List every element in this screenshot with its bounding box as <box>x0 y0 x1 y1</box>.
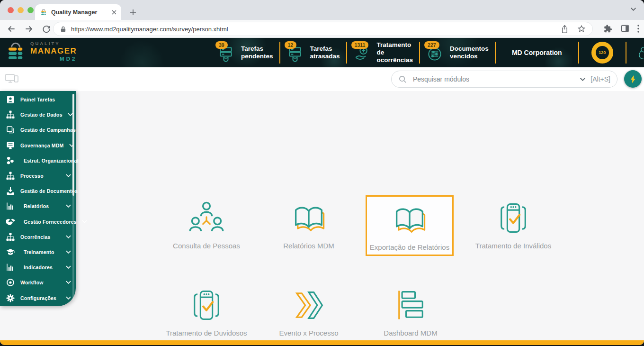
module-tile-tratamento-de-inva-lidos[interactable]: Tratamento de Inválidos <box>469 195 557 256</box>
browser-toolbar: https://www.md2qualitymanager.com/survey… <box>0 20 644 38</box>
module-label: Tratamento de Duvidosos <box>166 329 247 337</box>
module-grid: Consulta de Pessoas Relatórios MDM Expor… <box>0 91 644 340</box>
quick-action-button[interactable] <box>624 70 642 88</box>
sidebar-item-estrt-organizacional[interactable]: Estrut. Organizacional <box>0 153 76 168</box>
module-tile-tratamento-de-dvidosos[interactable]: Tratamento de Duvidosos <box>162 282 250 343</box>
progress-ring[interactable]: 120 <box>591 42 613 64</box>
module-label: Evento x Processo <box>279 329 338 337</box>
open-book-icon <box>391 200 429 238</box>
logo-text-md2: MD2 <box>30 56 77 62</box>
sidebar-item-worklow[interactable]: Workflow <box>0 275 76 290</box>
user-avatar-icon <box>637 46 644 60</box>
sidebar-scrollbar-thumb[interactable] <box>72 94 74 196</box>
sidebar-item-painel-tareas[interactable]: Painel Tarefas <box>0 92 76 107</box>
sidebar-item-ocorre-ncias[interactable]: Ocorrências <box>0 229 76 245</box>
graduation-cap-icon <box>6 247 15 257</box>
window-close-button[interactable] <box>8 7 14 13</box>
address-bar[interactable]: https://www.md2qualitymanager.com/survey… <box>53 22 593 36</box>
handshake-icon <box>6 217 15 227</box>
header-stats: 39 Tarefas pendentes 12 Tarefas atrasada… <box>211 38 644 67</box>
module-tile-evento-x-processo[interactable]: Evento x Processo <box>265 282 353 343</box>
sidebar-item-indicadores[interactable]: Indicadores <box>0 260 76 275</box>
stat-count-badge: 12 <box>285 41 297 49</box>
sidebar-item-gesta-o-ornecedores[interactable]: Gestão Fornecedores <box>0 214 76 229</box>
window-zoom-button[interactable] <box>27 7 34 13</box>
sidebar-item-processo[interactable]: Processo <box>0 168 76 183</box>
browser-tab[interactable]: Quality Manager <box>35 4 121 20</box>
sidebar-item-relato-rios[interactable]: Relatórios <box>0 199 76 214</box>
chevron-down-icon <box>82 220 87 224</box>
cards-check-icon <box>188 286 225 324</box>
bottom-accent-bar <box>0 340 644 345</box>
back-button[interactable] <box>7 24 16 34</box>
stat-count-badge: 39 <box>215 41 228 49</box>
header-stat-documentos-vencidos[interactable]: 227 Documentos vencidos <box>420 44 495 62</box>
module-label: Consulta de Pessoas <box>173 242 240 250</box>
sitemap-icon <box>6 171 15 181</box>
separator <box>578 42 579 64</box>
ring-value: 120 <box>599 50 606 55</box>
sidebar-item-conigrac-o-es[interactable]: Configurações <box>0 290 76 305</box>
user-menu[interactable]: Willian <box>626 46 644 60</box>
lightning-icon <box>628 74 638 84</box>
url-text[interactable]: https://www.md2qualitymanager.com/survey… <box>71 26 561 33</box>
app-header: QUALITY MANAGER MD2 39 Tarefas pendentes… <box>0 38 644 67</box>
header-stat-tarefas-pendentes[interactable]: 39 Tarefas pendentes <box>211 44 279 62</box>
module-tile-relato-rios-mdm[interactable]: Relatórios MDM <box>265 195 353 256</box>
header-stat-tratamento de-ocorrências[interactable]: 1311 Tratamento de ocorrências <box>347 41 420 64</box>
new-tab-button[interactable] <box>127 6 139 18</box>
search-shortcut-hint: [Alt+S] <box>590 75 610 83</box>
sidebar-item-governanc-a-mdm[interactable]: Governança MDM <box>0 138 76 153</box>
bar-chart-icon <box>6 201 15 211</box>
favicon <box>40 9 47 16</box>
tabstrip-chevron-icon[interactable] <box>630 7 636 11</box>
sitemap-icon <box>6 232 15 242</box>
lock-icon <box>60 26 66 33</box>
search-placeholder: Pesquisar módulos <box>413 75 469 83</box>
chevron-down-icon <box>66 250 71 254</box>
window-controls <box>8 7 34 13</box>
chevron-down-icon <box>66 204 71 208</box>
bookmark-star-icon[interactable] <box>577 25 586 33</box>
stat-count-badge: 1311 <box>351 41 369 49</box>
module-search-row: Pesquisar módulos [Alt+S] <box>0 67 644 91</box>
module-tile-conslta-de-pessoas[interactable]: Consulta de Pessoas <box>162 195 250 256</box>
browser-menu-icon[interactable] <box>637 25 639 33</box>
chevron-down-icon <box>66 174 71 178</box>
module-tile-dashboard-mdm[interactable]: Dashboard MDM <box>367 282 455 343</box>
sidebar-item-gesta-o-de-campanhas[interactable]: Gestão de Campanhas <box>0 122 76 137</box>
search-icon <box>398 75 407 84</box>
sidebar-item-gesta-o-de-docmentos[interactable]: Gestão de Documentos <box>0 183 76 199</box>
logo-text-quality: QUALITY <box>30 41 77 46</box>
window-minimize-button[interactable] <box>18 7 24 13</box>
sidebar-item-gesta-o-de-dados[interactable]: Gestão de Dados <box>0 107 76 122</box>
extensions-icon[interactable] <box>603 24 613 33</box>
module-search-field[interactable]: Pesquisar módulos [Alt+S] <box>391 71 617 88</box>
hand-plus-icon: 1311 <box>353 44 372 62</box>
stat-count-badge: 227 <box>424 41 439 49</box>
reload-button[interactable] <box>42 24 51 34</box>
board-icon <box>6 141 15 150</box>
download-icon <box>6 186 15 196</box>
tasks-icon: 12 <box>286 44 305 62</box>
browser-window: Quality Manager https://www.md2qualityma… <box>0 0 644 345</box>
circle-sliders-icon: 227 <box>426 44 445 62</box>
devices-icon[interactable] <box>5 73 19 87</box>
forward-button[interactable] <box>24 24 34 34</box>
tasks-icon: 39 <box>217 44 236 62</box>
module-tile-exportac-a-o-de-relato-rios[interactable]: Exportação de Relatórios <box>366 195 454 256</box>
tab-strip: Quality Manager <box>0 0 644 20</box>
sidebar-item-treinamento[interactable]: Treinamento <box>0 245 76 260</box>
search-chevron-icon[interactable] <box>580 77 586 82</box>
gear-icon <box>6 293 15 303</box>
app-logo[interactable]: QUALITY MANAGER MD2 <box>5 41 77 63</box>
tab-close-icon[interactable] <box>112 10 116 15</box>
chevron-down-icon <box>66 281 71 284</box>
chevron-down-icon <box>66 235 71 239</box>
company-name[interactable]: MD Corporation <box>496 49 578 56</box>
header-stat-tarefas-atrasadas[interactable]: 12 Tarefas atrasadas <box>280 44 346 62</box>
share-icon[interactable] <box>561 25 569 34</box>
side-panel-icon[interactable] <box>620 24 630 33</box>
chevron-down-icon <box>66 265 71 269</box>
sitemap-icon <box>6 110 15 119</box>
